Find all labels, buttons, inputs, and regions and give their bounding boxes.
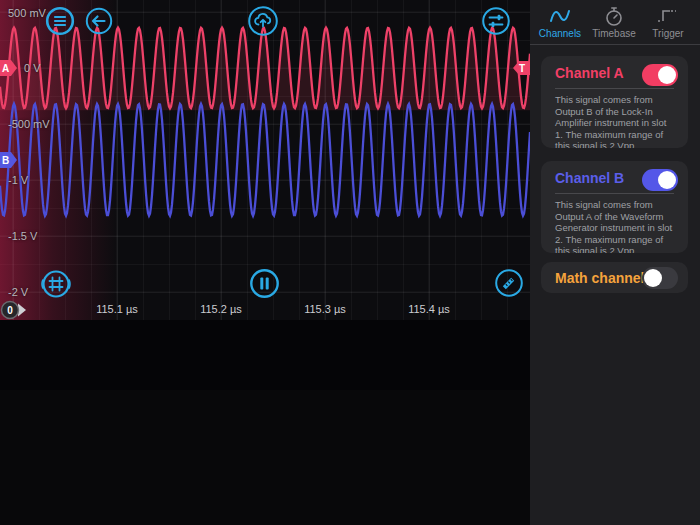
channel-b-description: This signal comes from Output A of the W…: [541, 194, 688, 253]
channel-b-marker[interactable]: B: [0, 152, 17, 168]
time-origin-label: 0: [7, 305, 13, 316]
time-label: 115.2 µs: [186, 303, 256, 315]
sine-icon: [548, 6, 572, 26]
menu-icon: [55, 17, 65, 25]
tab-channels[interactable]: Channels: [533, 6, 587, 39]
sidebar-divider: [530, 44, 700, 45]
measurements-bar: Hide details A Frequency 50.00 MHz B Fre…: [0, 320, 530, 390]
oscilloscope-app: A B T 0 500 mV 0 V -500 mV -1 V -1.5 V -…: [0, 0, 700, 525]
grid-cursor-icon: [42, 278, 70, 291]
settings-sidebar: Channels Timebase Trigger Channel A This…: [530, 0, 700, 525]
back-arrow-icon: [93, 17, 105, 26]
waveforms: [0, 28, 530, 216]
channel-b-card: Channel B This signal comes from Output …: [541, 161, 688, 253]
tab-label: Timebase: [587, 28, 641, 39]
time-label: 115.1 µs: [82, 303, 152, 315]
pause-button[interactable]: [249, 268, 280, 299]
channel-b-marker-label: B: [2, 155, 9, 166]
voltage-label: -1 V: [8, 174, 28, 186]
channel-b-trace: [0, 104, 530, 216]
stopwatch-icon: [602, 6, 626, 26]
voltage-label: 500 mV: [8, 7, 46, 19]
channel-a-marker-label: A: [2, 63, 9, 74]
time-origin-marker[interactable]: 0: [2, 302, 27, 319]
math-channel-toggle[interactable]: [642, 267, 678, 289]
oscilloscope-display[interactable]: A B T 0 500 mV 0 V -500 mV -1 V -1.5 V -…: [0, 0, 530, 320]
tab-trigger[interactable]: Trigger: [641, 6, 695, 39]
voltage-label: 0 V: [24, 62, 41, 74]
channel-a-description: This signal comes from Output B of the L…: [541, 89, 688, 148]
trigger-marker-label: T: [519, 63, 525, 74]
tab-label: Trigger: [641, 28, 695, 39]
display-settings-icon: [490, 15, 503, 27]
ruler-icon: [503, 278, 514, 289]
time-label: 115.4 µs: [394, 303, 464, 315]
voltage-label: -500 mV: [8, 118, 50, 130]
display-settings-button[interactable]: [481, 6, 511, 36]
cloud-upload-icon: [255, 14, 270, 27]
measurement-history-panel: 200 ° 0 ° -200 ° -30 s -25 s -20 s -15 s…: [0, 390, 530, 525]
time-label: 115.3 µs: [290, 303, 360, 315]
ruler-button[interactable]: [494, 268, 524, 298]
channel-a-toggle[interactable]: [642, 64, 678, 86]
tab-label: Channels: [533, 28, 587, 39]
pause-icon: [260, 278, 268, 290]
channel-a-card: Channel A This signal comes from Output …: [541, 56, 688, 148]
menu-button[interactable]: [45, 6, 75, 36]
cloud-upload-button[interactable]: [247, 5, 279, 37]
math-channel-card: Math channel: [541, 262, 688, 293]
back-button[interactable]: [85, 7, 113, 35]
tab-timebase[interactable]: Timebase: [587, 6, 641, 39]
voltage-label: -1.5 V: [8, 230, 37, 242]
trigger-step-icon: [656, 6, 680, 26]
voltage-label: -2 V: [8, 286, 28, 298]
channel-b-toggle[interactable]: [642, 169, 678, 191]
grid-cursor-button[interactable]: [41, 269, 71, 299]
